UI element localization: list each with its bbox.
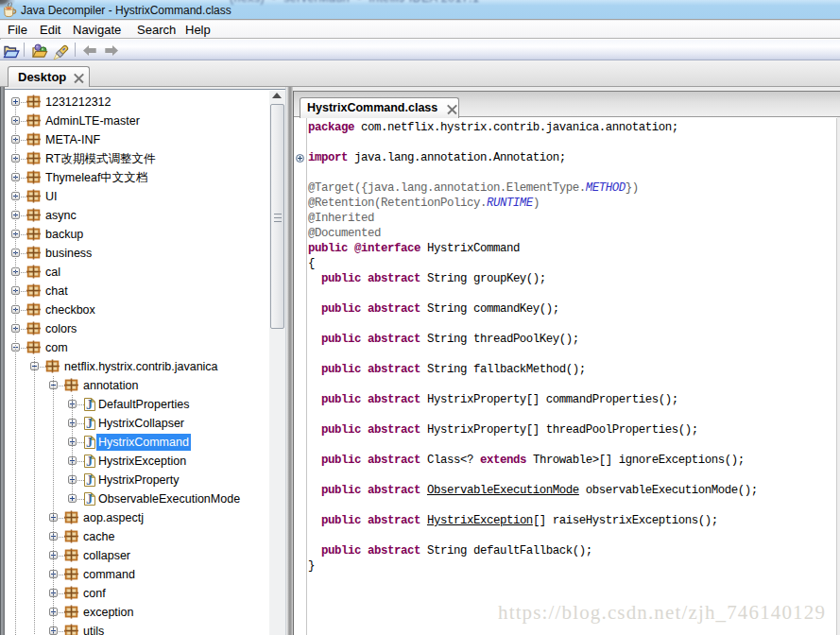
svg-text:J: J	[86, 492, 93, 506]
svg-text:J: J	[86, 436, 93, 449]
svg-text:J: J	[86, 455, 93, 468]
svg-text:J: J	[86, 417, 93, 430]
svg-text:J: J	[86, 473, 93, 487]
svg-text:J: J	[86, 398, 93, 411]
